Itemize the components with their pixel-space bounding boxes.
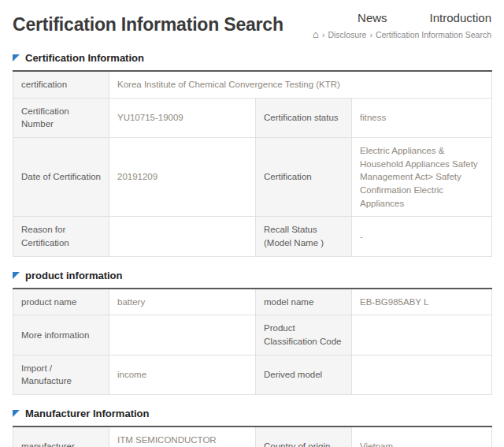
value-certification-act: Electric Appliances & Household Applianc… [352,138,492,217]
header-right: News Introduction ⌂ › Disclosure › Certi… [313,8,491,39]
label-import-manufacture: Import / Manufacture [13,355,109,394]
certification-info-table: certification Korea Institute of Chemica… [13,70,492,257]
section-title-label: Manufacturer Information [25,408,149,419]
value-country-of-origin: Vietnam [352,427,492,447]
section-title-label: product information [25,270,123,281]
breadcrumb: ⌂ › Disclosure › Certification Informati… [313,29,491,39]
table-row: Date of Certification 20191209 Certifica… [13,138,492,217]
table-row: certification Korea Institute of Chemica… [13,71,492,98]
label-date-of-certification: Date of Certification [13,138,109,217]
table-row: manufacturer ITM SEMICONDUCTOR VIETNAM C… [13,427,492,447]
value-product-classification-code [352,315,492,355]
label-product-classification-code: Product Classification Code [256,315,352,355]
label-certification: certification [13,71,109,98]
label-manufacturer: manufacturer [13,427,109,447]
nav-news[interactable]: News [358,11,387,24]
section-title-manufacturer: Manufacturer Information [13,408,491,419]
section-title-label: Certification Information [25,52,144,64]
label-model-name: model name [256,289,352,315]
value-import-manufacture: income [109,355,256,394]
value-reason-for-certification [109,217,256,256]
table-row: Reason for Certification Recall Status (… [13,217,492,256]
value-derived-model [352,355,492,394]
value-more-information [109,315,256,355]
value-model-name: EB-BG985ABY L [352,289,492,315]
manufacturer-info-table: manufacturer ITM SEMICONDUCTOR VIETNAM C… [13,426,492,447]
value-certification-number: YU10715-19009 [109,98,256,137]
label-certification-status: Certification status [256,98,352,137]
top-nav: News Introduction [313,11,491,24]
label-more-information: More information [13,315,109,355]
label-derived-model: Derived model [256,355,352,394]
table-row: Certification Number YU10715-19009 Certi… [13,98,492,137]
section-flag-icon [13,410,20,417]
header: Certification Information Search News In… [13,8,491,39]
value-manufacturer: ITM SEMICONDUCTOR VIETNAM CO., LTD [109,427,256,447]
label-recall-status: Recall Status (Model Name ) [256,217,352,256]
nav-introduction[interactable]: Introduction [430,11,491,24]
table-row: Import / Manufacture income Derived mode… [13,355,492,394]
breadcrumb-separator-icon: › [322,30,325,39]
label-country-of-origin: Country of origin [256,427,352,447]
home-icon[interactable]: ⌂ [313,29,319,39]
product-info-section: product information product name battery… [13,270,491,395]
label-certification-act: Certification [256,138,352,217]
breadcrumb-disclosure[interactable]: Disclosure [328,30,366,39]
table-row: More information Product Classification … [13,315,492,355]
label-certification-number: Certification Number [13,98,109,137]
label-reason-for-certification: Reason for Certification [13,217,109,256]
page-title: Certification Information Search [13,8,284,35]
section-flag-icon [13,54,20,61]
breadcrumb-current: Certification Information Search [376,30,491,39]
breadcrumb-separator-icon: › [369,30,372,39]
table-row: product name battery model name EB-BG985… [13,289,492,315]
certification-info-section: Certification Information certification … [13,52,491,257]
value-product-name: battery [109,289,256,315]
value-certification-status-link[interactable]: fitness [352,98,492,137]
label-product-name: product name [13,289,109,315]
section-title-certification: Certification Information [13,52,491,64]
section-flag-icon [13,272,20,279]
value-certification-body: Korea Institute of Chemical Convergence … [109,71,492,98]
value-recall-status: - [352,217,492,256]
page: Certification Information Search News In… [0,0,504,447]
product-info-table: product name battery model name EB-BG985… [13,288,492,395]
manufacturer-info-section: Manufacturer Information manufacturer IT… [13,408,491,447]
section-title-product: product information [13,270,491,281]
value-date-of-certification: 20191209 [109,138,256,217]
